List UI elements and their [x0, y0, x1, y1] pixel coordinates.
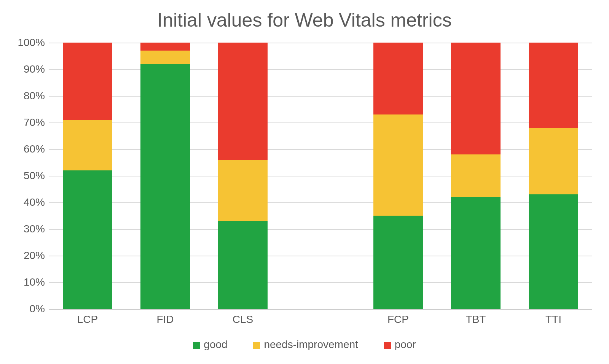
xlabel-tti: TTI [515, 313, 591, 326]
bar-cls [218, 43, 268, 309]
ytick-20: 20% [14, 250, 45, 262]
bar-tti [529, 43, 578, 309]
ytick-40: 40% [14, 196, 45, 208]
seg-lcp-good [63, 170, 112, 309]
ytick-100: 100% [14, 37, 45, 49]
ytick-10: 10% [14, 276, 45, 288]
ytick-80: 80% [14, 90, 45, 102]
xlabel-fcp: FCP [360, 313, 436, 326]
bar-fcp [373, 43, 423, 309]
seg-tbt-good [451, 197, 501, 309]
ytick-90: 90% [14, 63, 45, 75]
seg-lcp-needs [63, 120, 112, 170]
xlabel-lcp: LCP [49, 313, 126, 326]
seg-tti-needs [529, 128, 578, 194]
swatch-poor-icon [384, 342, 391, 349]
legend-label-needs: needs-improvement [264, 339, 358, 350]
swatch-good-icon [193, 342, 200, 349]
seg-cls-good [218, 221, 268, 309]
bar-fid [140, 43, 190, 309]
swatch-needs-icon [253, 342, 260, 349]
xlabel-tbt: TBT [438, 313, 514, 326]
seg-fid-poor [140, 43, 190, 51]
legend-item-poor: poor [384, 339, 416, 351]
ytick-60: 60% [14, 143, 45, 155]
plot-area: 0% 10% 20% 30% 40% 50% 60% 70% 80% 90% 1… [49, 43, 592, 309]
bar-lcp [63, 43, 112, 309]
seg-fid-good [140, 64, 190, 309]
bar-tbt [451, 43, 501, 309]
ytick-0: 0% [14, 303, 45, 315]
seg-cls-needs [218, 160, 268, 221]
seg-tbt-poor [451, 43, 501, 154]
bars-layer [49, 43, 592, 309]
seg-fid-needs [140, 51, 190, 64]
seg-tti-good [529, 194, 578, 309]
seg-fcp-good [373, 216, 423, 309]
xlabel-fid: FID [127, 313, 203, 326]
seg-fcp-needs [373, 114, 423, 216]
ytick-70: 70% [14, 116, 45, 129]
legend-item-good: good [193, 339, 227, 351]
legend: good needs-improvement poor [0, 339, 609, 351]
seg-cls-poor [218, 43, 268, 160]
seg-tbt-needs [451, 154, 501, 197]
chart-title: Initial values for Web Vitals metrics [0, 9, 609, 31]
legend-label-poor: poor [395, 339, 416, 350]
xlabel-cls: CLS [205, 313, 281, 326]
ytick-30: 30% [14, 223, 45, 235]
legend-item-needs: needs-improvement [253, 339, 358, 351]
ytick-50: 50% [14, 170, 45, 182]
chart-container: Initial values for Web Vitals metrics 0%… [0, 0, 609, 364]
seg-lcp-poor [63, 43, 112, 120]
seg-tti-poor [529, 43, 578, 128]
legend-label-good: good [204, 339, 227, 350]
seg-fcp-poor [373, 43, 423, 114]
